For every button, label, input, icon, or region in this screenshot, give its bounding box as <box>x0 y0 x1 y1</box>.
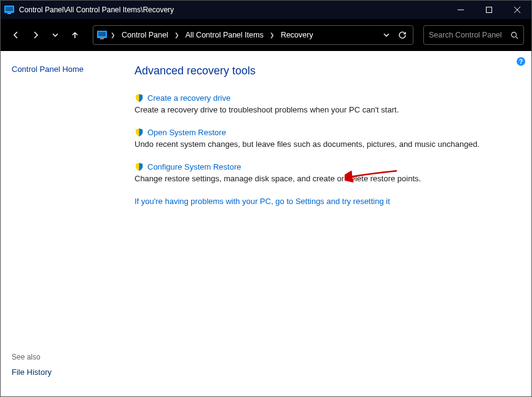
control-panel-home-link[interactable]: Control Panel Home <box>12 65 119 74</box>
page-heading: Advanced recovery tools <box>135 65 514 77</box>
main-panel: Advanced recovery tools Create a recover… <box>130 51 531 396</box>
breadcrumb-root[interactable]: Control Panel <box>119 29 171 41</box>
chevron-icon: ❯ <box>173 32 181 38</box>
see-also-label: See also <box>12 353 119 361</box>
reset-pc-help-link[interactable]: If you're having problems with your PC, … <box>135 197 390 206</box>
shield-icon <box>135 93 144 103</box>
shield-icon <box>135 162 144 171</box>
recent-button[interactable] <box>47 27 63 43</box>
svg-rect-5 <box>98 32 106 36</box>
shield-icon <box>135 128 144 137</box>
search-box[interactable]: Search Control Panel <box>423 25 524 45</box>
svg-rect-2 <box>7 13 11 14</box>
forward-button[interactable] <box>28 27 44 43</box>
svg-rect-1 <box>6 7 13 11</box>
svg-rect-6 <box>100 38 104 39</box>
close-button[interactable] <box>503 1 531 19</box>
up-button[interactable] <box>67 27 83 43</box>
breadcrumb-leaf[interactable]: Recovery <box>278 29 316 41</box>
window-controls <box>447 1 531 19</box>
control-panel-icon <box>97 31 107 39</box>
search-icon <box>510 31 518 39</box>
item-desc: Undo recent system changes, but leave fi… <box>135 140 514 149</box>
address-bar[interactable]: ❯ Control Panel ❯ All Control Panel Item… <box>93 25 413 45</box>
minimize-button[interactable] <box>447 1 475 19</box>
system-icon <box>1 6 18 14</box>
item-desc: Change restore settings, manage disk spa… <box>135 174 514 183</box>
back-button[interactable] <box>8 27 24 43</box>
recovery-item: Open System Restore Undo recent system c… <box>135 128 514 149</box>
create-recovery-drive-link[interactable]: Create a recovery drive <box>147 93 230 103</box>
breadcrumb-mid[interactable]: All Control Panel Items <box>183 29 266 41</box>
configure-system-restore-link[interactable]: Configure System Restore <box>147 162 241 171</box>
recovery-item: Configure System Restore Change restore … <box>135 162 514 183</box>
svg-rect-3 <box>487 7 492 13</box>
maximize-button[interactable] <box>475 1 503 19</box>
dropdown-icon[interactable] <box>383 32 389 38</box>
open-system-restore-link[interactable]: Open System Restore <box>147 128 226 137</box>
chevron-icon: ❯ <box>109 32 117 38</box>
window-title: Control Panel\All Control Panel Items\Re… <box>18 6 447 14</box>
refresh-icon[interactable] <box>398 31 407 39</box>
file-history-link[interactable]: File History <box>12 368 119 377</box>
sidebar: Control Panel Home See also File History <box>1 51 130 396</box>
titlebar: Control Panel\All Control Panel Items\Re… <box>1 1 531 19</box>
navbar: ❯ Control Panel ❯ All Control Panel Item… <box>1 19 531 51</box>
chevron-icon: ❯ <box>268 32 276 38</box>
recovery-item: Create a recovery drive Create a recover… <box>135 93 514 114</box>
svg-point-7 <box>512 32 517 37</box>
item-desc: Create a recovery drive to troubleshoot … <box>135 105 514 114</box>
content-area: ? Control Panel Home See also File Histo… <box>1 51 531 396</box>
search-placeholder: Search Control Panel <box>429 31 502 39</box>
